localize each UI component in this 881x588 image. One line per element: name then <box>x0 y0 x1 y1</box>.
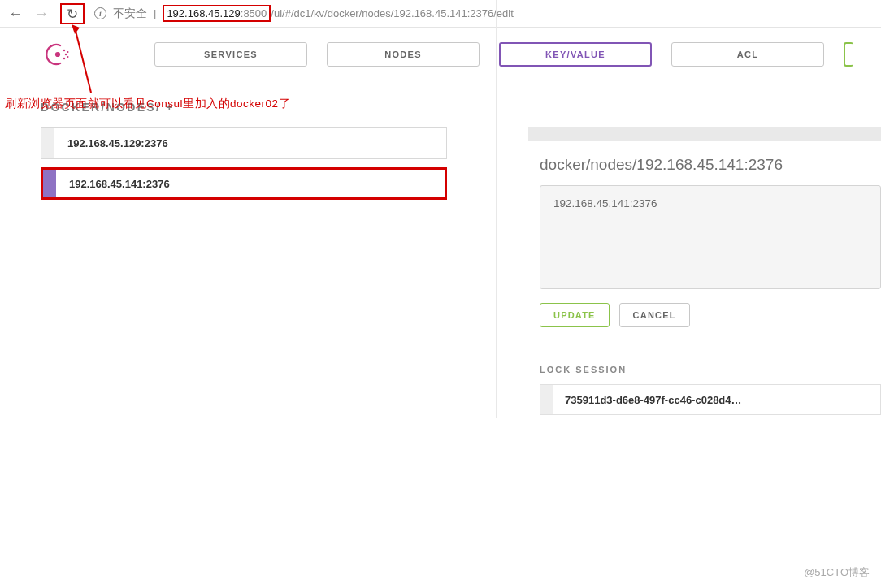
annotation-text: 刷新浏览器页面就可以看见Consul里加入的docker02了 <box>5 97 290 111</box>
consul-header: SERVICES NODES KEY/VALUE ACL <box>0 28 881 80</box>
insecure-label: 不安全 <box>113 6 147 21</box>
consul-logo-icon <box>46 42 70 67</box>
update-button[interactable]: UPDATE <box>540 303 610 327</box>
browser-nav-icons: ← → ↻ <box>8 3 85 24</box>
svg-point-6 <box>67 51 69 53</box>
row-stripe <box>540 385 553 414</box>
column-divider <box>496 0 497 418</box>
lock-session-id: 735911d3-d6e8-497f-cc46-c028d4… <box>553 394 742 406</box>
cancel-button[interactable]: CANCEL <box>619 303 690 327</box>
tab-nodes[interactable]: NODES <box>327 42 480 67</box>
kv-row-selected[interactable]: 192.168.45.141:2376 <box>41 167 447 200</box>
kv-row[interactable]: 192.168.45.129:2376 <box>41 127 447 159</box>
kv-row-label: 192.168.45.129:2376 <box>54 137 168 149</box>
main: 192.168.45.129:2376 192.168.45.141:2376 … <box>0 114 881 415</box>
back-icon[interactable]: ← <box>8 6 23 21</box>
editor-title: docker/nodes/192.168.45.141:2376 <box>528 141 881 185</box>
row-stripe <box>43 170 56 197</box>
address-bar[interactable]: i 不安全 | 192.168.45.129:8500/ui/#/dc1/kv/… <box>94 6 873 21</box>
tab-acl[interactable]: ACL <box>671 42 824 67</box>
refresh-icon[interactable]: ↻ <box>67 6 78 23</box>
lock-session-heading: LOCK SESSION <box>540 365 881 374</box>
lock-session-section: LOCK SESSION 735911d3-d6e8-497f-cc46-c02… <box>540 365 881 415</box>
kv-editor: docker/nodes/192.168.45.141:2376 UPDATE … <box>528 127 881 415</box>
url-text: 192.168.45.129:8500/ui/#/dc1/kv/docker/n… <box>163 7 513 19</box>
tab-keyvalue[interactable]: KEY/VALUE <box>499 42 652 67</box>
watermark: @51CTO博客 <box>804 565 870 580</box>
editor-topbar <box>528 127 881 141</box>
kv-row-label: 192.168.45.141:2376 <box>56 178 170 190</box>
value-textarea[interactable] <box>540 185 881 289</box>
svg-point-2 <box>55 52 60 57</box>
browser-chrome: ← → ↻ i 不安全 | 192.168.45.129:8500/ui/#/d… <box>0 0 881 28</box>
tab-services[interactable]: SERVICES <box>154 42 307 67</box>
svg-point-3 <box>63 50 65 51</box>
refresh-highlight: ↻ <box>60 3 85 24</box>
info-icon[interactable]: i <box>94 7 106 19</box>
tab-partial[interactable] <box>844 42 853 67</box>
svg-point-7 <box>67 56 69 58</box>
editor-actions: UPDATE CANCEL <box>540 303 881 327</box>
kv-list: 192.168.45.129:2376 192.168.45.141:2376 <box>41 127 447 415</box>
svg-point-5 <box>63 58 65 59</box>
nav-tabs: SERVICES NODES KEY/VALUE ACL <box>154 42 870 67</box>
forward-icon[interactable]: → <box>34 6 49 21</box>
row-stripe <box>41 128 54 158</box>
lock-session-row[interactable]: 735911d3-d6e8-497f-cc46-c028d4… <box>540 384 881 415</box>
svg-point-4 <box>65 54 67 55</box>
